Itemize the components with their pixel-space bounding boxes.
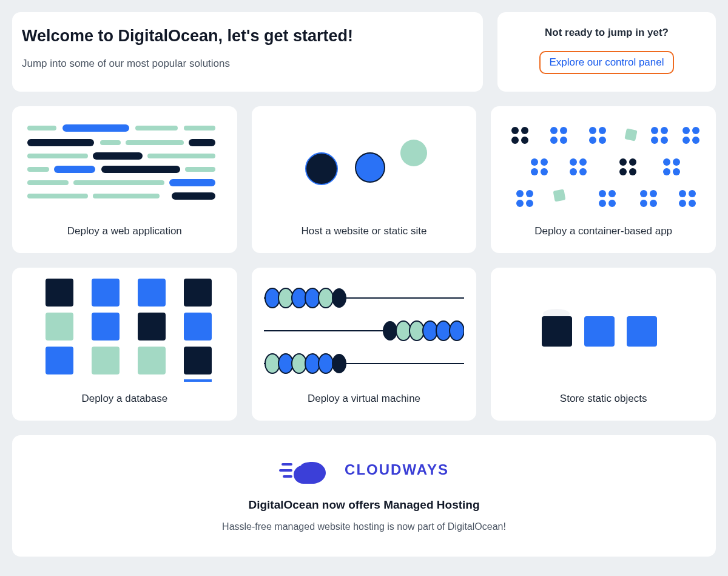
svg-rect-115 (627, 316, 657, 347)
svg-point-59 (663, 168, 670, 175)
svg-point-62 (526, 190, 533, 197)
svg-point-63 (516, 200, 524, 207)
svg-point-23 (400, 140, 427, 166)
svg-rect-7 (189, 139, 215, 146)
svg-rect-0 (27, 126, 56, 130)
code-lines-icon (23, 117, 226, 214)
svg-point-53 (619, 158, 627, 166)
svg-point-66 (599, 190, 606, 197)
welcome-card: Welcome to DigitalOcean, let's get start… (12, 12, 483, 92)
explore-control-panel-button[interactable]: Explore our control panel (539, 51, 673, 74)
cloudways-logo: CLOUDWAYS (27, 455, 701, 485)
tile-label: Store static objects (502, 393, 705, 405)
svg-point-92 (265, 288, 280, 308)
svg-rect-83 (92, 347, 120, 374)
tile-label: Deploy a database (23, 393, 226, 405)
svg-rect-36 (624, 128, 637, 141)
svg-rect-9 (93, 152, 143, 160)
svg-point-48 (541, 168, 548, 175)
solutions-grid: Deploy a web application Host a website … (12, 106, 716, 421)
svg-point-111 (332, 354, 346, 373)
banner-headline: DigitalOcean now offers Managed Hosting (27, 498, 701, 512)
svg-point-106 (265, 354, 280, 373)
svg-point-27 (521, 137, 528, 144)
svg-point-100 (396, 321, 411, 341)
svg-point-25 (521, 127, 528, 134)
svg-point-97 (332, 288, 346, 308)
tile-deploy-database[interactable]: Deploy a database (12, 268, 237, 421)
tile-deploy-web-application[interactable]: Deploy a web application (12, 106, 237, 253)
svg-rect-4 (27, 139, 94, 146)
svg-rect-78 (46, 279, 73, 307)
svg-point-38 (661, 127, 668, 134)
svg-point-108 (292, 354, 306, 373)
svg-point-96 (318, 288, 333, 308)
tile-deploy-virtual-machine[interactable]: Deploy a virtual machine (252, 268, 477, 421)
svg-point-94 (292, 288, 306, 308)
svg-rect-65 (553, 189, 565, 202)
svg-rect-17 (169, 179, 215, 186)
svg-point-76 (679, 200, 686, 207)
svg-rect-90 (184, 379, 212, 382)
svg-point-45 (531, 158, 538, 166)
circles-icon (263, 117, 466, 214)
svg-point-41 (682, 127, 690, 134)
svg-rect-14 (185, 167, 215, 172)
svg-point-107 (278, 354, 293, 373)
svg-point-67 (608, 190, 616, 197)
svg-rect-81 (92, 279, 120, 307)
svg-rect-117 (279, 469, 292, 472)
svg-point-35 (599, 137, 606, 144)
svg-point-42 (692, 127, 699, 134)
svg-point-61 (516, 190, 524, 197)
svg-rect-15 (27, 180, 69, 185)
svg-point-57 (663, 158, 670, 166)
tile-store-static-objects[interactable]: Store static objects (491, 268, 716, 421)
tile-host-website[interactable]: Host a website or static site (252, 106, 477, 253)
svg-rect-10 (147, 154, 215, 158)
storage-blocks-icon (502, 279, 705, 382)
tile-deploy-container-app[interactable]: Deploy a container-based app (491, 106, 716, 253)
svg-point-103 (436, 321, 451, 341)
page-subtitle: Jump into some of our most popular solut… (22, 58, 466, 70)
svg-point-60 (673, 168, 680, 175)
svg-point-68 (599, 200, 606, 207)
svg-rect-8 (27, 154, 88, 158)
svg-point-110 (318, 354, 333, 373)
svg-point-58 (673, 158, 680, 166)
svg-point-71 (650, 190, 657, 197)
svg-rect-11 (27, 167, 49, 172)
banner-subtext: Hassle-free managed website hosting is n… (27, 521, 701, 532)
svg-point-29 (560, 127, 567, 134)
svg-point-34 (589, 137, 596, 144)
abacus-icon (263, 279, 466, 382)
svg-point-51 (570, 168, 577, 175)
svg-rect-16 (73, 180, 164, 185)
svg-point-30 (550, 137, 558, 144)
svg-point-33 (599, 127, 606, 134)
svg-point-43 (682, 137, 690, 144)
svg-point-50 (579, 158, 587, 166)
svg-point-44 (692, 137, 699, 144)
svg-point-77 (689, 200, 696, 207)
svg-point-93 (278, 288, 293, 308)
svg-point-72 (640, 200, 647, 207)
svg-point-46 (541, 158, 548, 166)
svg-rect-5 (100, 140, 121, 145)
svg-point-95 (305, 288, 320, 308)
svg-point-22 (356, 153, 385, 182)
cloudways-icon (279, 455, 340, 485)
svg-point-64 (526, 200, 533, 207)
svg-rect-118 (283, 475, 292, 478)
svg-rect-80 (46, 347, 73, 374)
svg-rect-114 (584, 316, 615, 347)
svg-point-54 (629, 158, 636, 166)
svg-point-47 (531, 168, 538, 175)
svg-point-52 (579, 168, 587, 175)
svg-rect-2 (135, 126, 178, 130)
svg-point-31 (560, 137, 567, 144)
svg-point-40 (661, 137, 668, 144)
svg-point-49 (570, 158, 577, 166)
svg-point-24 (511, 127, 519, 134)
cloudways-brand-text: CLOUDWAYS (345, 461, 449, 478)
